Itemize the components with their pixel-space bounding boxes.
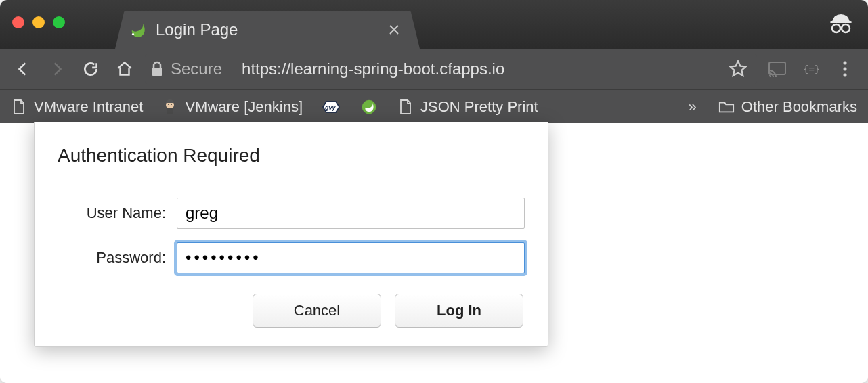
jenkins-icon (162, 99, 178, 115)
back-button[interactable] (9, 55, 37, 83)
svg-point-2 (832, 24, 840, 32)
security-indicator[interactable]: Secure (150, 60, 222, 78)
bookmarks-bar: VMware Intranet VMware [Jenkins] gvy JSO… (0, 89, 868, 123)
svg-point-12 (168, 104, 169, 105)
page-content: Authentication Required User Name: Passw… (0, 123, 868, 383)
forward-button[interactable] (43, 55, 70, 83)
menu-button[interactable] (831, 55, 859, 83)
home-button[interactable] (111, 55, 138, 83)
auth-title: Authentication Required (58, 145, 525, 166)
password-label: Password: (58, 249, 166, 267)
bookmark-label: VMware Intranet (34, 98, 143, 116)
minimize-window-button[interactable] (32, 16, 45, 28)
svg-text:{=}: {=} (803, 64, 820, 74)
password-input[interactable] (177, 242, 525, 273)
username-input[interactable] (177, 198, 525, 229)
browser-window: Login Page (0, 0, 868, 383)
auth-dialog: Authentication Required User Name: Passw… (34, 122, 548, 347)
svg-point-13 (171, 104, 172, 105)
address-bar[interactable]: Secure https://learning-spring-boot.cfap… (145, 54, 757, 84)
page-icon (11, 99, 27, 115)
svg-rect-1 (830, 21, 852, 23)
bookmark-spring[interactable] (360, 97, 378, 116)
titlebar: Login Page (0, 0, 868, 49)
dialog-buttons: Cancel Log In (58, 294, 525, 328)
svg-point-7 (844, 62, 847, 65)
extension-icon[interactable]: {=} (798, 55, 825, 83)
svg-point-8 (844, 68, 847, 71)
bookmarks-overflow-icon[interactable]: » (686, 98, 699, 116)
cancel-button[interactable]: Cancel (253, 294, 381, 328)
omnibox-divider (232, 59, 232, 79)
browser-tab[interactable]: Login Page (115, 11, 420, 49)
svg-point-16 (362, 99, 376, 114)
password-row: Password: (58, 242, 525, 273)
folder-icon (718, 99, 735, 115)
svg-rect-4 (152, 68, 162, 76)
username-label: User Name: (58, 204, 166, 222)
window-controls (12, 16, 65, 28)
secure-label: Secure (171, 60, 222, 78)
spring-favicon-icon (129, 21, 146, 39)
other-bookmarks[interactable]: Other Bookmarks (718, 98, 857, 116)
cast-icon[interactable] (764, 55, 791, 83)
svg-point-3 (842, 24, 850, 32)
zoom-window-button[interactable] (53, 16, 65, 28)
bookmark-vmware-intranet[interactable]: VMware Intranet (11, 98, 143, 116)
bookmark-label: JSON Pretty Print (420, 98, 538, 116)
bookmark-label: VMware [Jenkins] (185, 98, 303, 116)
groovy-icon: gvy (322, 97, 341, 116)
reload-button[interactable] (77, 55, 104, 83)
spring-icon (360, 97, 378, 116)
svg-text:gvy: gvy (324, 104, 337, 111)
close-window-button[interactable] (12, 16, 24, 28)
other-bookmarks-label: Other Bookmarks (741, 98, 857, 116)
svg-rect-5 (769, 62, 785, 74)
page-icon (397, 99, 414, 115)
svg-rect-11 (167, 108, 173, 114)
login-button[interactable]: Log In (395, 294, 523, 328)
bookmark-json-pretty[interactable]: JSON Pretty Print (397, 98, 538, 116)
navigation-toolbar: Secure https://learning-spring-boot.cfap… (0, 49, 868, 89)
svg-point-9 (844, 74, 847, 77)
incognito-icon (827, 9, 854, 37)
bookmark-groovy[interactable]: gvy (322, 97, 341, 116)
svg-point-0 (132, 33, 134, 35)
url-text: https://learning-spring-boot.cfapps.io (242, 60, 715, 78)
tab-title: Login Page (156, 20, 375, 39)
username-row: User Name: (58, 198, 525, 229)
bookmark-vmware-jenkins[interactable]: VMware [Jenkins] (162, 98, 303, 116)
lock-icon (150, 61, 164, 77)
bookmark-star-icon[interactable] (724, 55, 752, 83)
close-tab-icon[interactable] (382, 24, 406, 35)
